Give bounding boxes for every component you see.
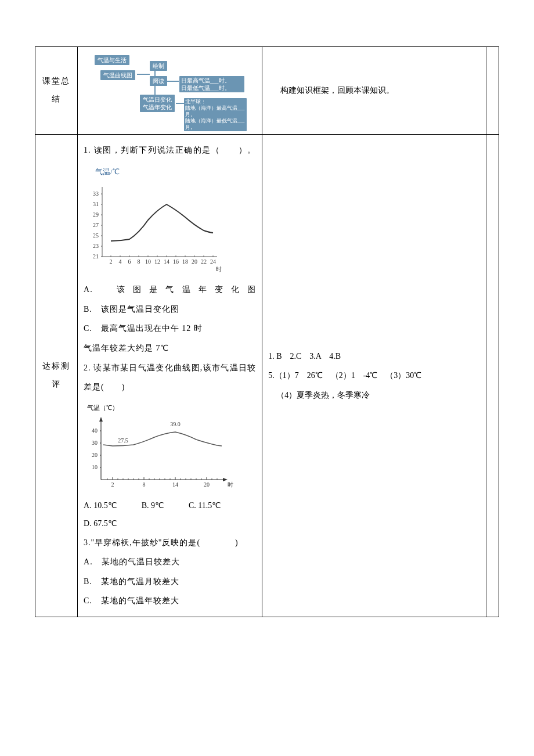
q3-stem: 3."早穿棉袄,午披纱"反映的是( ) — [84, 533, 256, 553]
svg-text:12: 12 — [154, 258, 160, 265]
q1-optC: C. 最高气温出现在中午 12 时 — [84, 319, 256, 339]
svg-text:18: 18 — [182, 258, 188, 265]
temperature-daily-chart-2: 10 20 30 40 2 8 14 20 — [84, 416, 234, 491]
diagram-connector — [154, 70, 156, 76]
q3-optC: C. 某地的气温年较差大 — [84, 591, 256, 611]
q1-ylabel: 气温/℃ — [95, 164, 256, 181]
q2-chart: 气温（℃） 10 20 30 40 2 8 14 20 — [84, 401, 256, 491]
row-assessment: 达标测评 1. 读图，判断下列说法正确的是（ ）。 气温/℃ 21 23 25 … — [35, 135, 499, 617]
q1-optA: A. 该图是气温年变化图 — [84, 280, 256, 300]
diagram-connector — [176, 103, 184, 104]
diagram-text: 气温年变化 — [143, 104, 172, 110]
q2-ylabel: 气温（℃） — [87, 401, 256, 415]
q3-optB: B. 某地的气温月较差大 — [84, 572, 256, 592]
row-summary-right: 构建知识框架，回顾本课知识。 — [262, 47, 486, 135]
peak-label: 39.0 — [170, 421, 181, 427]
diagram-box-6: 气温日变化 气温年变化 — [140, 95, 175, 112]
answers-line2: 5.（1）7 26℃ （2）1 -4℃ （3）30℃ — [268, 366, 480, 386]
svg-text:30: 30 — [92, 440, 98, 446]
svg-text:24: 24 — [210, 258, 216, 265]
svg-text:14: 14 — [164, 258, 169, 265]
diagram-box-3: 绘制 — [150, 61, 167, 71]
q1-optB: B. 该图是气温日变化图 — [84, 300, 256, 319]
answers-line1: 1. B 2.C 3.A 4.B — [268, 347, 480, 366]
svg-text:22: 22 — [201, 258, 207, 265]
svg-text:14: 14 — [172, 481, 178, 488]
row-assessment-label: 达标测评 — [35, 135, 78, 617]
diagram-box-7: 北半球： 陆地（海洋）最高气温___月。 陆地（海洋）最低气温___月。 — [184, 98, 247, 131]
diagram-box-1: 气温与生活 — [95, 55, 129, 65]
q2-stem: 2. 读某市某日气温变化曲线图,该市气温日较差是( ) — [84, 358, 256, 397]
svg-text:2: 2 — [110, 258, 113, 265]
row-assessment-answers: 1. B 2.C 3.A 4.B 5.（1）7 26℃ （2）1 -4℃ （3）… — [262, 135, 486, 617]
q1-xlabel: 时 — [216, 266, 222, 272]
temperature-curve — [111, 204, 213, 241]
q1-optD: 气温年较差大约是 7℃ — [84, 339, 256, 358]
svg-text:8: 8 — [143, 481, 146, 488]
diagram-connector — [154, 85, 156, 95]
row-summary-empty — [486, 47, 499, 135]
svg-text:23: 23 — [93, 243, 99, 249]
q2-opts: A. 10.5℃ B. 9℃ C. 11.5℃ — [84, 497, 256, 515]
diagram-connector — [167, 81, 179, 82]
svg-text:8: 8 — [138, 258, 140, 265]
svg-text:10: 10 — [92, 464, 98, 470]
diagram-text: 陆地（海洋）最高气温___月。 — [185, 105, 245, 117]
diagram-text: 陆地（海洋）最低气温___月。 — [185, 118, 245, 130]
q2-optD: D. 67.5℃ — [84, 515, 256, 533]
svg-text:31: 31 — [93, 201, 99, 207]
q3-optA: A. 某地的气温日较差大 — [84, 552, 256, 572]
svg-text:6: 6 — [128, 258, 131, 265]
temperature-daily-chart-1: 21 23 25 27 29 31 33 2 4 6 8 10 — [84, 181, 223, 274]
row-summary-diagram-cell: 气温与生活 气温曲线图 绘制 阅读 日最高气温___时。 日最低气温___时。 … — [78, 47, 262, 135]
diagram-text: 日最高气温___时。 — [181, 77, 230, 84]
svg-text:4: 4 — [119, 258, 122, 265]
svg-text:27: 27 — [93, 222, 99, 228]
diagram-text: 北半球： — [185, 99, 206, 105]
diagram-box-5: 日最高气温___时。 日最低气温___时。 — [179, 76, 244, 92]
row-assessment-empty — [486, 135, 499, 617]
q1-chart: 气温/℃ 21 23 25 27 29 31 33 — [84, 164, 256, 275]
y-ticks: 21 23 25 27 29 31 33 — [93, 190, 102, 260]
svg-text:16: 16 — [173, 258, 179, 265]
svg-text:40: 40 — [92, 427, 98, 434]
svg-text:25: 25 — [93, 232, 99, 239]
low-label: 27.5 — [118, 437, 128, 444]
row-summary: 课堂总结 气温与生活 气温曲线图 绘制 阅读 日最高气温___时。 日最低气温_… — [35, 47, 499, 135]
svg-text:21: 21 — [93, 253, 99, 260]
lesson-table: 课堂总结 气温与生活 气温曲线图 绘制 阅读 日最高气温___时。 日最低气温_… — [35, 46, 499, 617]
knowledge-diagram: 气温与生活 气温曲线图 绘制 阅读 日最高气温___时。 日最低气温___时。 … — [95, 53, 246, 128]
q2-xlabel: 时 — [228, 481, 233, 488]
svg-text:20: 20 — [92, 452, 98, 458]
svg-marker-41 — [99, 417, 103, 422]
svg-text:20: 20 — [204, 481, 210, 488]
svg-text:20: 20 — [192, 258, 197, 265]
diagram-connector — [137, 74, 150, 75]
diagram-text: 气温日变化 — [143, 96, 172, 103]
row-assessment-questions: 1. 读图，判断下列说法正确的是（ ）。 气温/℃ 21 23 25 27 29… — [78, 135, 262, 617]
diagram-box-2: 气温曲线图 — [100, 70, 135, 80]
q1-stem: 1. 读图，判断下列说法正确的是（ ）。 — [84, 141, 256, 160]
svg-text:2: 2 — [111, 481, 114, 488]
answers-line3: （4）夏季炎热，冬季寒冷 — [268, 386, 480, 405]
diagram-text: 日最低气温___时。 — [181, 85, 230, 91]
svg-text:29: 29 — [93, 211, 99, 218]
svg-text:10: 10 — [145, 258, 151, 265]
diagram-box-4: 阅读 — [150, 76, 167, 86]
row-summary-label: 课堂总结 — [35, 47, 78, 135]
svg-marker-43 — [223, 478, 228, 481]
summary-text: 构建知识框架，回顾本课知识。 — [268, 82, 480, 100]
svg-text:33: 33 — [93, 190, 99, 197]
